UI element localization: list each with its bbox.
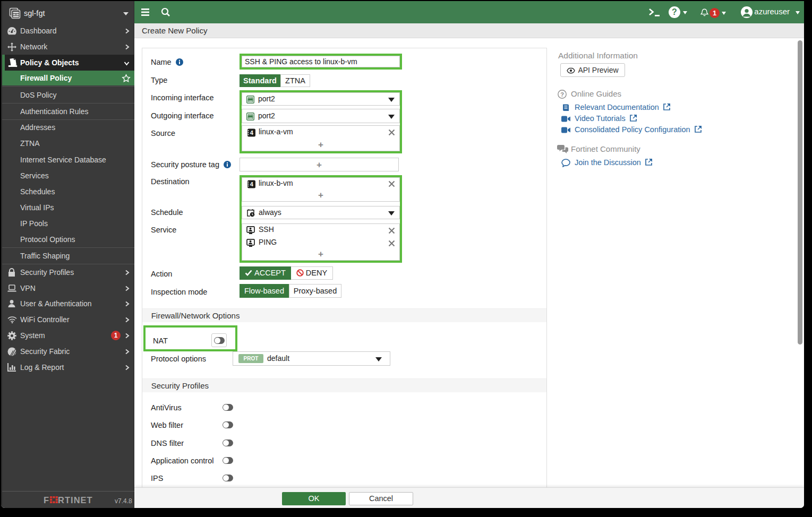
svg-text:4: 4 xyxy=(250,181,254,187)
svg-text:4: 4 xyxy=(250,130,254,136)
svg-text:?: ? xyxy=(560,91,564,98)
